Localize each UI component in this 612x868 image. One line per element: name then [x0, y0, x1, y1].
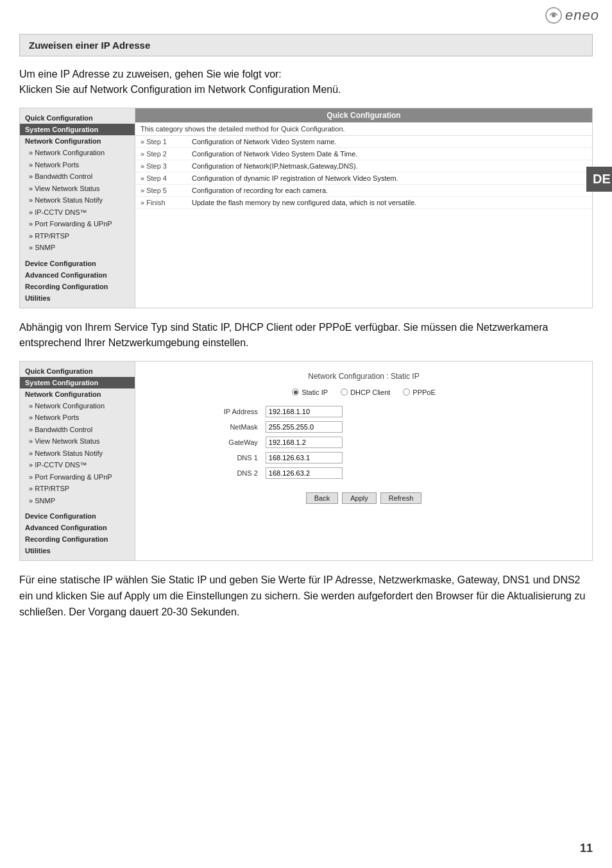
step-text: Configuration of recording for each came… [187, 185, 592, 197]
quick-config-header: Quick Configuration [135, 108, 592, 122]
sidebar-item-network-status-notify[interactable]: Network Status Notify [20, 194, 135, 206]
radio-item-pppoe[interactable]: PPPoE [403, 388, 435, 396]
quick-config-panel: Quick Configuration This category shows … [135, 108, 592, 308]
sidebar-item-bandwidth-control[interactable]: Bandwidth Control [20, 171, 135, 183]
sidebar-item-snmp[interactable]: SNMP [20, 242, 135, 254]
logo: eneo [545, 6, 599, 24]
sidebar-item-view-network-status[interactable]: View Network Status [20, 435, 135, 447]
sidebar-2: Quick ConfigurationSystem ConfigurationN… [20, 362, 135, 561]
bottom-text: Für eine statische IP wählen Sie Static … [19, 572, 593, 620]
radio-item-static-ip[interactable]: Static IP [292, 388, 328, 396]
step-label: Step 1 [135, 136, 187, 148]
sidebar-section-system-configuration[interactable]: System Configuration [20, 124, 135, 135]
sidebar-item-view-network-status[interactable]: View Network Status [20, 183, 135, 195]
radio-circle [403, 388, 410, 396]
step-label: Step 5 [135, 185, 187, 197]
step-label: Step 4 [135, 172, 187, 185]
middle-text-content: Abhängig von Ihrem Service Typ sind Stat… [19, 322, 548, 348]
sidebar-item-network-configuration[interactable]: Network Configuration [20, 147, 135, 159]
sidebar-item-port-forwarding-&-upnp[interactable]: Port Forwarding & UPnP [20, 218, 135, 230]
step-label: Step 3 [135, 160, 187, 172]
field-input-netmask[interactable] [266, 421, 343, 433]
intro-line2: Klicken Sie auf Network Configuration im… [19, 84, 341, 95]
svg-point-1 [552, 13, 556, 17]
field-input-dns-2[interactable] [266, 467, 343, 479]
form-row: NetMask [204, 419, 523, 435]
radio-label: Static IP [302, 388, 328, 396]
step-label: Step 2 [135, 148, 187, 160]
table-row: Step 4Configuration of dynamic IP regist… [135, 172, 592, 185]
sidebar-section-quick-configuration[interactable]: Quick Configuration [20, 365, 135, 377]
form-table: IP AddressNetMaskGateWayDNS 1DNS 2 [204, 404, 523, 481]
step-text: Configuration of dynamic IP registration… [187, 172, 592, 185]
intro-text: Um eine IP Adresse zu zuweisen, gehen Si… [19, 67, 593, 97]
field-input-dns-1[interactable] [266, 452, 343, 463]
sidebar-section-advanced-configuration[interactable]: Advanced Configuration [20, 269, 135, 281]
form-row: DNS 2 [204, 465, 523, 481]
title-box: Zuweisen einer IP Adresse [19, 34, 593, 56]
radio-row: Static IPDHCP ClientPPPoE [135, 386, 592, 399]
sidebar-1: Quick ConfigurationSystem ConfigurationN… [20, 108, 135, 308]
field-label: DNS 2 [204, 465, 262, 481]
quick-config-table: Step 1Configuration of Network Video Sys… [135, 136, 592, 209]
sidebar-item-network-ports[interactable]: Network Ports [20, 159, 135, 171]
logo-text: eneo [565, 7, 599, 24]
step-text: Configuration of Network(IP,Netmask,Gate… [187, 160, 592, 172]
sidebar-section-advanced-configuration[interactable]: Advanced Configuration [20, 522, 135, 533]
sidebar-section-system-configuration[interactable]: System Configuration [20, 377, 135, 388]
field-input-gateway[interactable] [266, 437, 343, 448]
screenshot-2: Quick ConfigurationSystem ConfigurationN… [19, 361, 593, 562]
sidebar-item-bandwidth-control[interactable]: Bandwidth Control [20, 424, 135, 436]
sidebar-item-port-forwarding-&-upnp[interactable]: Port Forwarding & UPnP [20, 471, 135, 483]
form-row: DNS 1 [204, 450, 523, 465]
sidebar-item-ip-cctv-dns™[interactable]: IP-CCTV DNS™ [20, 206, 135, 219]
field-input-ip-address[interactable] [266, 406, 343, 417]
field-label: NetMask [204, 419, 262, 435]
step-label: Finish [135, 197, 187, 209]
table-row: Step 2Configuration of Network Video Sys… [135, 148, 592, 160]
step-text: Update the flash memory by new configure… [187, 197, 592, 209]
header: eneo [0, 0, 612, 28]
apply-button[interactable]: Apply [342, 492, 377, 504]
form-row: IP Address [204, 404, 523, 419]
sidebar-item-rtp/rtsp[interactable]: RTP/RTSP [20, 483, 135, 495]
sidebar-item-rtp/rtsp[interactable]: RTP/RTSP [20, 230, 135, 242]
table-row: Step 3Configuration of Network(IP,Netmas… [135, 160, 592, 172]
sidebar-section-recording-configuration[interactable]: Recording Configuration [20, 533, 135, 545]
field-label: GateWay [204, 435, 262, 450]
step-text: Configuration of Network Video System na… [187, 136, 592, 148]
sidebar-item-network-configuration[interactable]: Network Configuration [20, 400, 135, 412]
table-row: Step 5Configuration of recording for eac… [135, 185, 592, 197]
buttons-row: BackApplyRefresh [135, 486, 592, 510]
intro-line1: Um eine IP Adresse zu zuweisen, gehen Si… [19, 69, 282, 79]
field-label: IP Address [204, 404, 262, 419]
bottom-text-content: Für eine statische IP wählen Sie Static … [19, 574, 585, 617]
radio-label: PPPoE [412, 388, 435, 396]
quick-config-desc: This category shows the detailed method … [135, 122, 592, 136]
radio-circle [292, 388, 299, 396]
back-button[interactable]: Back [306, 492, 338, 504]
de-badge: DE [586, 167, 612, 192]
radio-circle [341, 388, 348, 396]
sidebar-item-snmp[interactable]: SNMP [20, 495, 135, 507]
sidebar-section-utilities[interactable]: Utilities [20, 292, 135, 304]
sidebar-item-network-status-notify[interactable]: Network Status Notify [20, 447, 135, 460]
sidebar-section-network-configuration[interactable]: Network Configuration [20, 388, 135, 400]
sidebar-item-ip-cctv-dns™[interactable]: IP-CCTV DNS™ [20, 459, 135, 471]
sidebar-section-utilities[interactable]: Utilities [20, 545, 135, 556]
sidebar-section-network-configuration[interactable]: Network Configuration [20, 135, 135, 147]
page-number: 11 [580, 842, 593, 855]
radio-item-dhcp-client[interactable]: DHCP Client [341, 388, 390, 396]
step-text: Configuration of Network Video System Da… [187, 148, 592, 160]
page-title: Zuweisen einer IP Adresse [29, 40, 583, 51]
refresh-button[interactable]: Refresh [380, 492, 422, 504]
sidebar-section-recording-configuration[interactable]: Recording Configuration [20, 281, 135, 292]
sidebar-section-device-configuration[interactable]: Device Configuration [20, 510, 135, 522]
network-config-title: Network Configuration : Static IP [135, 362, 592, 386]
sidebar-section-device-configuration[interactable]: Device Configuration [20, 258, 135, 269]
sidebar-section-quick-configuration[interactable]: Quick Configuration [20, 112, 135, 124]
sidebar-item-network-ports[interactable]: Network Ports [20, 412, 135, 424]
radio-label: DHCP Client [350, 388, 390, 396]
table-row: Step 1Configuration of Network Video Sys… [135, 136, 592, 148]
middle-text: Abhängig von Ihrem Service Typ sind Stat… [19, 320, 593, 351]
